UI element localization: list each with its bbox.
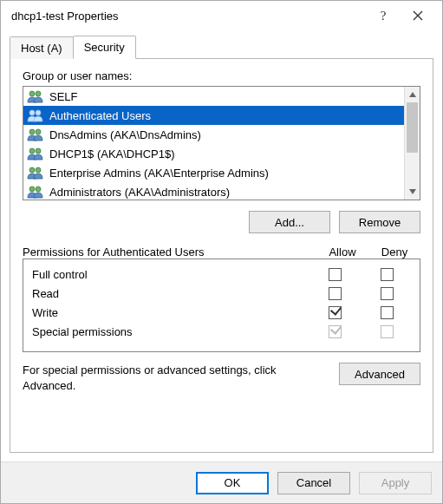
permission-row: Special permissions [32,322,413,341]
security-panel: Group or user names: SELFAuthenticated U… [10,58,433,453]
permissions-header: Permissions for Authenticated Users Allo… [23,245,420,259]
close-button[interactable] [401,3,435,28]
users-icon [27,185,44,199]
apply-button[interactable]: Apply [359,472,432,494]
permission-row: Read [32,284,413,303]
tab-security[interactable]: Security [73,36,136,59]
svg-point-9 [36,167,41,173]
ok-button[interactable]: OK [196,472,269,494]
client-area: Host (A) Security Group or user names: S… [1,30,442,461]
svg-point-2 [29,110,35,115]
titlebar: dhcp1-test Properties ? [1,1,442,30]
svg-point-7 [36,148,41,154]
allow-checkbox[interactable] [329,268,342,281]
svg-point-11 [36,187,41,192]
groups-listbox[interactable]: SELFAuthenticated UsersDnsAdmins (AKA\Dn… [23,86,420,200]
help-button[interactable]: ? [366,3,401,28]
permissions-list: Full controlReadWriteSpecial permissions [23,259,420,352]
svg-point-1 [36,91,41,96]
window-title: dhcp1-test Properties [11,10,366,23]
scroll-up-icon[interactable] [405,87,420,102]
deny-checkbox[interactable] [381,306,394,319]
users-icon [27,108,44,122]
users-icon [27,89,44,103]
list-item-label: DnsAdmins (AKA\DnsAdmins) [49,128,201,141]
advanced-button[interactable]: Advanced [339,363,420,385]
svg-point-4 [29,129,35,134]
cancel-button[interactable]: Cancel [277,472,350,494]
permission-name: Write [32,306,309,319]
svg-point-10 [29,187,35,192]
properties-dialog: dhcp1-test Properties ? Host (A) Securit… [0,0,443,504]
list-item[interactable]: Authenticated Users [23,106,404,125]
permission-row: Write [32,303,413,322]
allow-header: Allow [316,245,368,259]
users-icon [27,147,44,160]
advanced-row: For special permissions or advanced sett… [23,363,420,393]
allow-checkbox [329,325,342,338]
list-item[interactable]: DHCP1$ (AKA\DHCP1$) [23,144,404,163]
allow-checkbox[interactable] [329,287,342,300]
list-item-label: Administrators (AKA\Administrators) [49,186,230,199]
group-buttons: Add... Remove [23,211,420,233]
list-item-label: DHCP1$ (AKA\DHCP1$) [49,147,175,160]
svg-point-6 [29,148,35,154]
permission-name: Full control [32,268,309,281]
permission-row: Full control [32,265,413,284]
dialog-footer: OK Cancel Apply [1,461,442,503]
deny-header: Deny [368,245,420,259]
allow-checkbox[interactable] [329,306,342,319]
add-button[interactable]: Add... [249,211,330,233]
advanced-text: For special permissions or advanced sett… [23,363,327,393]
deny-checkbox [381,325,394,338]
tab-strip: Host (A) Security [10,36,433,58]
svg-point-0 [29,91,35,96]
svg-point-8 [29,167,35,173]
remove-button[interactable]: Remove [339,211,420,233]
scroll-thumb[interactable] [407,102,418,153]
svg-point-3 [36,110,41,115]
list-item-label: SELF [49,90,78,103]
list-item[interactable]: SELF [23,87,404,106]
list-item[interactable]: Enterprise Admins (AKA\Enterprise Admins… [23,163,404,182]
users-icon [27,128,44,141]
permissions-label: Permissions for Authenticated Users [23,245,316,259]
groups-label: Group or user names: [23,69,420,82]
tab-host[interactable]: Host (A) [10,36,74,59]
list-item[interactable]: Administrators (AKA\Administrators) [23,182,404,200]
scroll-down-icon[interactable] [405,184,420,200]
svg-point-5 [36,129,41,134]
list-item-label: Enterprise Admins (AKA\Enterprise Admins… [49,167,269,180]
users-icon [27,166,44,180]
list-item-label: Authenticated Users [49,109,151,122]
scrollbar[interactable] [404,87,420,200]
list-item[interactable]: DnsAdmins (AKA\DnsAdmins) [23,125,404,144]
permission-name: Read [32,287,309,300]
permission-name: Special permissions [32,325,309,338]
deny-checkbox[interactable] [381,268,394,281]
deny-checkbox[interactable] [381,287,394,300]
